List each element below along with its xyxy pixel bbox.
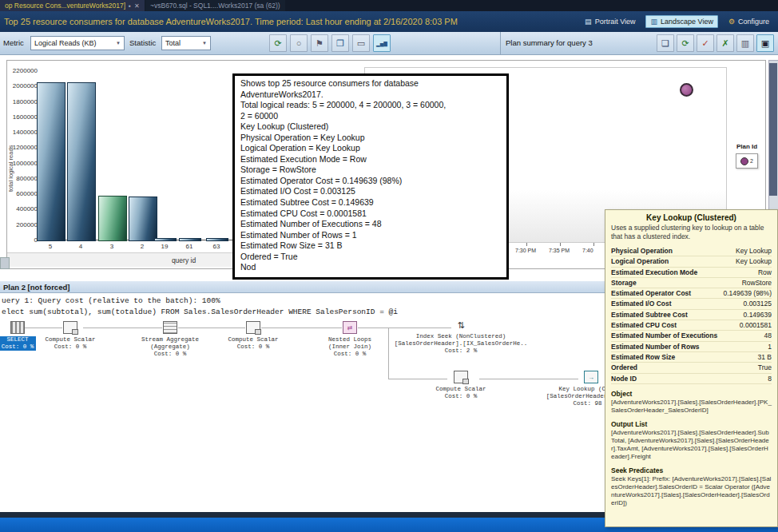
report-title: Top 25 resource consumers for database A… (0, 17, 458, 26)
tab-sql-file[interactable]: ~vsB670.sql - SQL1....Works2017 (sa (62)… (145, 0, 285, 11)
property-row: Estimated Number of Executions48 (611, 331, 772, 341)
plan-id-legend: Plan Id 2 (730, 143, 764, 169)
section-text: [AdventureWorks2017].[Sales].[SalesOrder… (611, 429, 772, 461)
refresh-plan-icon[interactable]: ⟳ (677, 34, 694, 52)
query-cost-line: uery 1: Query cost (relative to the batc… (2, 296, 220, 305)
annotation-line: Physical Operation = Key Lookup (240, 133, 501, 144)
property-row: OrderedTrue (611, 363, 772, 373)
bar-query-19[interactable] (154, 238, 177, 241)
plan-node-compute-scalar-1[interactable]: Compute ScalarCost: 0 % (44, 321, 97, 351)
property-value: 0.149639 (98%) (724, 288, 772, 298)
annotation-line: Nod (240, 262, 501, 273)
close-icon[interactable]: ✕ (134, 2, 140, 10)
legend-plan-dot (740, 157, 748, 165)
section-heading: Object (611, 390, 772, 399)
y-tick-label: 1400000 (7, 129, 38, 136)
x-tick-mark (526, 243, 527, 246)
annotation-line: Estimated Subtree Cost = 0.149639 (240, 197, 501, 208)
scrollbar-thumb[interactable] (769, 63, 777, 196)
property-value: RowStore (742, 278, 772, 288)
tab-top-resource-consumers[interactable]: op Resource Cons...ventureWorks2017] ▪ ✕ (0, 0, 145, 11)
y-tick-label: 600000 (7, 190, 38, 197)
plan-node-compute-scalar-3[interactable]: Compute ScalarCost: 0 % (435, 371, 487, 400)
grid-view-icon[interactable]: ▭ (352, 34, 370, 52)
property-value: 0.149639 (744, 310, 772, 320)
metric-dropdown[interactable]: Logical Reads (KB) ▼ (30, 36, 125, 50)
plan-connector (388, 328, 389, 379)
bar-query-61[interactable] (179, 238, 201, 241)
time-tick-label: 7:35 PM (549, 248, 570, 253)
property-value: 1 (768, 342, 772, 351)
property-label: Estimated Execution Mode (611, 268, 697, 277)
y-tick-label: 2000000 (7, 82, 38, 89)
time-tick-label: 7:40 (582, 248, 593, 253)
annotation-line: Estimated Number of Rows = 1 (240, 230, 501, 241)
compare-plans-icon[interactable]: ▥ (736, 34, 754, 52)
annotation-line: Total logical reads: 5 = 200000, 4 = 200… (240, 100, 501, 111)
portrait-view-button[interactable]: ▤ Portrait View (581, 16, 639, 27)
property-label: Estimated I/O Cost (611, 299, 672, 308)
force-plan-icon[interactable]: ✓ (697, 34, 714, 52)
landscape-view-icon: ▥ (650, 18, 657, 26)
property-label: Estimated CPU Cost (611, 320, 677, 330)
annotation-line: Storage = RowStore (240, 165, 501, 176)
legend-title: Plan Id (730, 143, 764, 150)
property-value: 48 (764, 331, 772, 340)
property-row: Estimated Number of Rows1 (611, 342, 772, 352)
bar-query-3[interactable] (98, 196, 127, 241)
configure-icon: ⚙ (728, 18, 735, 26)
legend-box[interactable]: 2 (736, 153, 758, 169)
y-tick-label: 1000000 (7, 160, 38, 167)
y-tick-label: 1800000 (7, 98, 38, 105)
annotation-line: Estimated I/O Cost = 0.003125 (240, 186, 501, 197)
pin-icon[interactable]: ▪ (129, 2, 131, 10)
x-tick-label: 4 (65, 243, 97, 250)
portrait-view-icon: ▤ (585, 18, 592, 26)
statistic-dropdown[interactable]: Total ▼ (161, 36, 211, 50)
property-row: StorageRowStore (611, 278, 772, 288)
property-label: Estimated Number of Rows (611, 342, 700, 351)
tab-label: ~vsB670.sql - SQL1....Works2017 (sa (62)… (150, 2, 280, 10)
annotation-line: Estimated CPU Cost = 0.0001581 (240, 208, 501, 220)
plan-node-stream-aggregate[interactable]: Stream Aggregate(Aggregate)Cost: 0 % (135, 321, 205, 358)
y-tick-label: 1200000 (7, 144, 38, 151)
stop-icon[interactable]: ○ (290, 34, 308, 52)
plan-node-index-seek[interactable]: ⇅Index Seek (NonClustered)[SalesOrderHea… (391, 320, 530, 355)
unforce-plan-icon[interactable]: ✗ (716, 34, 734, 52)
property-label: Ordered (611, 363, 637, 372)
time-tick-label: 7:30 PM (515, 248, 536, 253)
property-row: Estimated Execution ModeRow (611, 268, 772, 278)
scroll-corner-button[interactable] (0, 257, 10, 269)
open-plan-icon[interactable]: ❏ (657, 34, 674, 52)
plan-node-compute-scalar-2[interactable]: Compute ScalarCost: 0 % (227, 321, 280, 351)
bar-query-63[interactable] (206, 238, 228, 241)
plan-node-nested-loops[interactable]: ⇄Nested Loops(Inner Join)Cost: 0 % (323, 321, 377, 358)
bar-query-2[interactable] (129, 197, 157, 241)
property-row: Estimated CPU Cost0.0001581 (611, 320, 772, 331)
query-store-window: op Resource Cons...ventureWorks2017] ▪ ✕… (0, 0, 778, 532)
section-text: [AdventureWorks2017].[Sales].[SalesOrder… (611, 399, 772, 415)
landscape-view-button[interactable]: ▥ Landscape View (645, 15, 717, 28)
property-label: Logical Operation (611, 256, 669, 266)
property-label: Estimated Operator Cost (611, 288, 691, 298)
track-query-icon[interactable]: ⚑ (311, 34, 328, 52)
annotation-line: Estimated Row Size = 31 B (240, 240, 501, 252)
chart-view-icon[interactable]: ▂▅▇ (373, 34, 391, 52)
bar-query-5[interactable] (37, 82, 65, 241)
annotation-line: AdventureWorks2017. (240, 89, 501, 101)
property-label: Physical Operation (611, 246, 673, 256)
plan-node-select[interactable]: SELECTCost: 0 % (0, 321, 38, 351)
y-tick-label: 1600000 (7, 113, 38, 121)
scatter-point-plan-2[interactable] (680, 83, 693, 97)
refresh-icon[interactable]: ⟳ (269, 34, 287, 52)
chart-toolbar: Metric Logical Reads (KB) ▼ Statistic To… (0, 32, 778, 55)
configure-button[interactable]: ⚙ Configure (724, 16, 773, 27)
plan-node-label: Index Seek (NonClustered)[SalesOrderHead… (391, 333, 530, 355)
zoom-icon[interactable]: ▣ (756, 34, 774, 52)
annotation-line: 2 = 60000 (240, 111, 501, 122)
plan-node-label: Compute ScalarCost: 0 % (227, 336, 280, 351)
property-section: Seek PredicatesSeek Keys[1]: Prefix: [Ad… (611, 466, 772, 507)
property-label: Node ID (611, 374, 637, 383)
view-mode-icon[interactable]: ❐ (331, 34, 349, 52)
bar-query-4[interactable] (67, 82, 96, 241)
